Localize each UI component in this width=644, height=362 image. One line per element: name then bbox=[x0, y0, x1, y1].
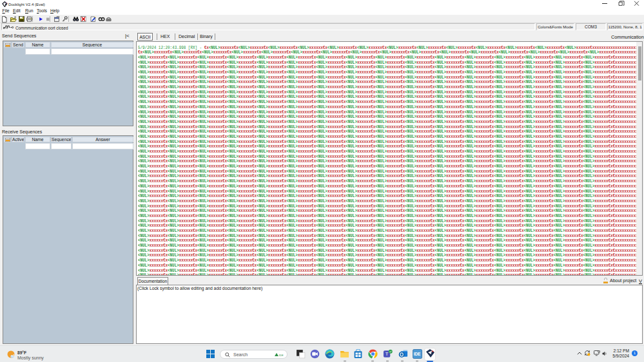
svg-text:IDE: IDE bbox=[279, 354, 284, 357]
svg-text:IDE: IDE bbox=[414, 352, 421, 356]
svg-text:T: T bbox=[385, 351, 389, 357]
